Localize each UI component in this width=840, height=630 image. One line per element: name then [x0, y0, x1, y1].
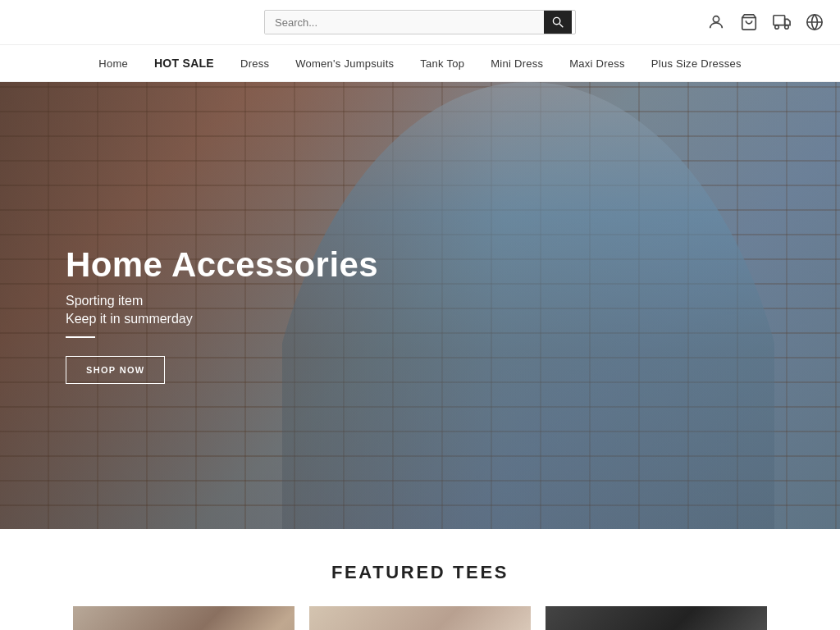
header-icons	[707, 13, 824, 31]
globe-icon	[806, 13, 824, 31]
featured-section-title: FEATURED TEES	[16, 562, 824, 583]
nav-item-home[interactable]: Home	[98, 57, 128, 70]
nav-item-maxi-dress[interactable]: Maxi Dress	[569, 57, 625, 70]
svg-point-2	[713, 16, 719, 22]
search-bar	[264, 10, 576, 34]
svg-point-0	[553, 17, 559, 24]
nav-item-dress[interactable]: Dress	[240, 57, 269, 70]
product-card-2[interactable]	[309, 606, 531, 630]
user-account-button[interactable]	[707, 13, 725, 31]
nav-item-plus-size-dresses[interactable]: Plus Size Dresses	[651, 57, 742, 70]
nav-item-tank-top[interactable]: Tank Top	[420, 57, 464, 70]
svg-point-6	[785, 25, 789, 30]
search-icon	[552, 16, 564, 28]
user-icon	[707, 13, 725, 31]
svg-rect-4	[774, 16, 785, 25]
hero-subtitle-1: Sporting item	[66, 294, 378, 308]
nav-item-hot-sale[interactable]: HOT SALE	[154, 57, 214, 70]
hero-subtitle-2: Keep it in summerday	[66, 312, 378, 326]
hero-content: Home Accessories Sporting item Keep it i…	[66, 246, 378, 384]
shipping-button[interactable]	[773, 13, 791, 31]
product-card-1[interactable]	[73, 606, 294, 630]
search-input[interactable]	[265, 11, 544, 34]
hero-title: Home Accessories	[66, 246, 378, 284]
cart-icon	[740, 13, 758, 31]
hero-divider	[66, 336, 95, 338]
header	[0, 0, 840, 45]
svg-line-1	[559, 24, 563, 27]
product-card-3[interactable]	[546, 606, 767, 630]
truck-icon	[773, 13, 791, 31]
hero-section: Home Accessories Sporting item Keep it i…	[0, 82, 840, 529]
main-nav: Home HOT SALE Dress Women's Jumpsuits Ta…	[0, 45, 840, 82]
shop-now-button[interactable]: SHOP NOW	[66, 356, 165, 384]
cart-button[interactable]	[740, 13, 758, 31]
search-button[interactable]	[544, 11, 572, 34]
nav-item-mini-dress[interactable]: Mini Dress	[491, 57, 543, 70]
product-grid	[16, 606, 824, 630]
nav-item-womens-jumpsuits[interactable]: Women's Jumpsuits	[295, 57, 394, 70]
language-button[interactable]	[806, 13, 824, 31]
svg-point-5	[775, 25, 779, 30]
featured-tees-section: FEATURED TEES	[0, 529, 840, 630]
